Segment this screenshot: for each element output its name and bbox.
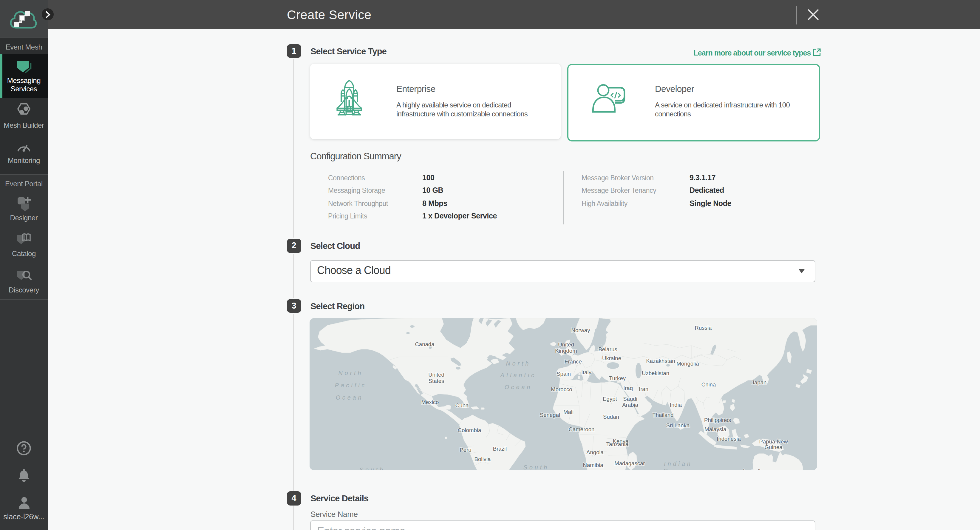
svg-text:North: North bbox=[506, 360, 531, 367]
svg-text:Kingdom: Kingdom bbox=[555, 348, 577, 354]
svg-text:Kazakhstan: Kazakhstan bbox=[646, 358, 675, 364]
svg-text:Cameroon: Cameroon bbox=[569, 426, 595, 433]
svg-text:United: United bbox=[428, 372, 444, 378]
svg-text:Thailand: Thailand bbox=[652, 412, 673, 418]
svg-text:Tanzania: Tanzania bbox=[606, 441, 629, 447]
svg-text:China: China bbox=[702, 382, 716, 388]
svg-text:Mongolia: Mongolia bbox=[676, 361, 699, 367]
svg-text:Saudi: Saudi bbox=[623, 396, 637, 402]
svg-text:Brazil: Brazil bbox=[493, 445, 507, 452]
svg-text:Sudan: Sudan bbox=[603, 413, 619, 420]
svg-text:Ocean: Ocean bbox=[336, 394, 364, 401]
svg-text:Spain: Spain bbox=[557, 370, 571, 377]
svg-text:Bolivia: Bolivia bbox=[474, 456, 491, 462]
svg-text:Italy: Italy bbox=[581, 369, 592, 375]
svg-text:Cuba: Cuba bbox=[455, 402, 469, 409]
svg-text:India: India bbox=[670, 402, 682, 408]
svg-text:Egypt: Egypt bbox=[603, 396, 617, 402]
svg-text:Arabia: Arabia bbox=[622, 402, 638, 408]
svg-text:Ocean: Ocean bbox=[663, 468, 691, 470]
svg-text:States: States bbox=[429, 378, 444, 384]
svg-text:Guinea: Guinea bbox=[765, 444, 783, 450]
svg-text:Namibia: Namibia bbox=[583, 462, 603, 468]
svg-text:Ukraine: Ukraine bbox=[602, 355, 621, 361]
svg-text:Belarus: Belarus bbox=[598, 346, 617, 353]
svg-text:Canada: Canada bbox=[415, 341, 434, 347]
svg-text:North: North bbox=[339, 370, 363, 376]
svg-text:Papua New: Papua New bbox=[759, 438, 788, 445]
svg-text:Philippines: Philippines bbox=[704, 417, 731, 423]
svg-text:Iran: Iran bbox=[639, 386, 648, 392]
svg-text:Angola: Angola bbox=[586, 449, 604, 455]
svg-text:Colombia: Colombia bbox=[458, 427, 481, 433]
svg-text:Indonesia: Indonesia bbox=[717, 436, 741, 442]
svg-text:Ocean: Ocean bbox=[504, 384, 532, 390]
svg-text:South: South bbox=[360, 466, 385, 470]
svg-text:Iraq: Iraq bbox=[623, 385, 633, 391]
svg-text:Atlantic: Atlantic bbox=[500, 372, 536, 378]
svg-text:Mali: Mali bbox=[563, 409, 574, 415]
svg-text:South: South bbox=[523, 464, 549, 470]
svg-text:Mexico: Mexico bbox=[422, 399, 439, 405]
svg-text:France: France bbox=[565, 358, 582, 365]
svg-text:Japan: Japan bbox=[752, 379, 767, 386]
svg-text:Madagascar: Madagascar bbox=[614, 460, 645, 466]
svg-text:Norway: Norway bbox=[571, 327, 590, 333]
svg-text:Peru: Peru bbox=[460, 447, 471, 453]
svg-text:Malaysia: Malaysia bbox=[705, 426, 727, 433]
svg-text:Indian: Indian bbox=[664, 460, 692, 467]
svg-text:Uzbekistan: Uzbekistan bbox=[642, 370, 669, 376]
svg-text:United: United bbox=[558, 342, 574, 348]
svg-text:Australia: Australia bbox=[742, 468, 764, 470]
svg-text:Sri Lanka: Sri Lanka bbox=[666, 422, 690, 429]
svg-text:Morocco: Morocco bbox=[551, 386, 572, 393]
svg-text:Russia: Russia bbox=[695, 325, 712, 331]
svg-text:Pacific: Pacific bbox=[335, 382, 367, 388]
svg-text:Turkey: Turkey bbox=[609, 375, 626, 382]
svg-text:Senegal: Senegal bbox=[540, 412, 560, 418]
